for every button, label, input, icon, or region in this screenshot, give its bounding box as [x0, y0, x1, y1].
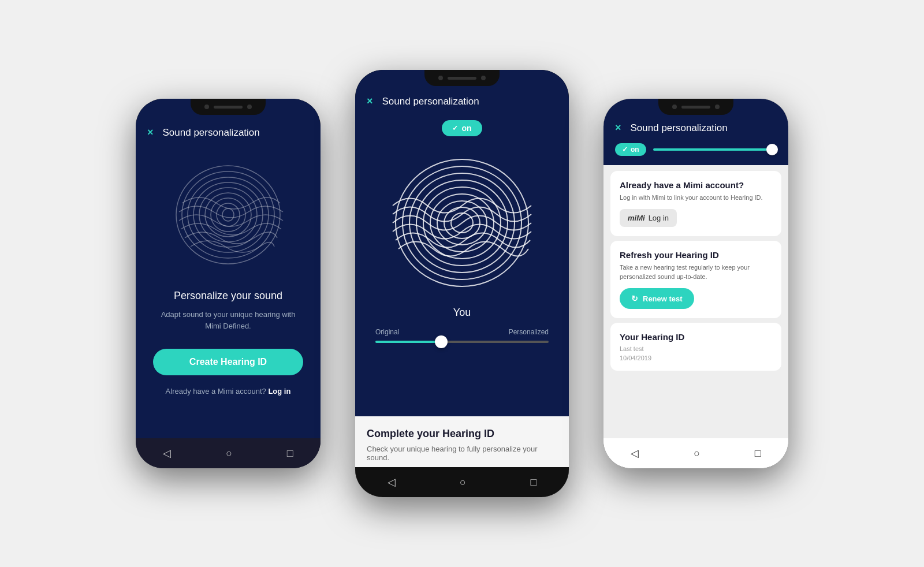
nav-recent-center[interactable]: □ [530, 476, 536, 488]
personalize-subtitle: Adapt sound to your unique hearing with … [136, 309, 321, 331]
close-button-left[interactable]: × [147, 126, 154, 139]
svg-point-4 [199, 188, 257, 242]
card-last-test-date: 10/04/2019 [620, 355, 772, 361]
header-title-left: Sound personalization [163, 127, 260, 139]
toggle-label-center: on [461, 124, 471, 133]
notch-dot [204, 105, 209, 109]
svg-point-5 [205, 193, 251, 237]
nav-bar-right: ◁ ○ □ [603, 438, 788, 468]
slider-container[interactable]: Original Personalized [375, 328, 549, 343]
slider-right-label: Personalized [509, 328, 549, 336]
notch-left [191, 99, 266, 115]
complete-title: Complete your Hearing ID [367, 428, 557, 440]
renew-button[interactable]: ↻ Renew test [620, 288, 694, 309]
card-mimi-login: Already have a Mimi account? Log in with… [610, 171, 781, 236]
nav-home-center[interactable]: ○ [460, 476, 466, 488]
card-desc-mimi: Log in with Mimi to link your account to… [620, 193, 772, 202]
notch-center [424, 70, 500, 86]
fingerprint-graphic-center [387, 148, 537, 298]
card-hearing-id: Your Hearing ID Last test 10/04/2019 [610, 323, 781, 371]
nav-bar-left: ◁ ○ □ [136, 438, 321, 468]
notch-speaker [214, 106, 243, 109]
card-title-mimi: Already have a Mimi account? [620, 180, 772, 190]
you-label: You [453, 307, 471, 319]
header-title-center: Sound personalization [382, 96, 479, 107]
card-last-test-label: Last test [620, 345, 772, 352]
mimi-login-label: Log in [649, 214, 669, 222]
screen-right: × Sound personalization ✓ on Alr [603, 99, 788, 468]
create-hearing-id-button[interactable]: Create Hearing ID [153, 349, 303, 375]
header-bar-center: × Sound personalization [355, 91, 569, 114]
slider-circle-right [766, 144, 778, 155]
nav-back-left[interactable]: ◁ [163, 447, 171, 460]
scene: × Sound personalization [12, 70, 912, 497]
renew-label: Renew test [643, 294, 683, 303]
mimi-logo: miMi [628, 214, 645, 222]
header-title-right: Sound personalization [631, 122, 728, 134]
toggle-row-right: ✓ on [615, 143, 777, 156]
notch-dot-r2 [715, 105, 720, 109]
slider-track[interactable] [375, 341, 549, 343]
slider-left-label: Original [375, 328, 399, 336]
toggle-label-right: on [631, 146, 639, 154]
renew-icon: ↻ [631, 294, 638, 303]
nav-recent-left[interactable]: □ [287, 447, 293, 460]
nav-back-center[interactable]: ◁ [388, 476, 396, 488]
card-desc-refresh: Take a new hearing test regularly to kee… [620, 263, 772, 281]
nav-home-right[interactable]: ○ [694, 447, 700, 460]
card-title-hearing: Your Hearing ID [620, 332, 772, 342]
svg-point-7 [217, 203, 240, 226]
screen-center-dark: × Sound personalization ✓ on [355, 70, 569, 416]
card-title-refresh: Refresh your Hearing ID [620, 250, 772, 260]
nav-back-right[interactable]: ◁ [631, 447, 639, 460]
toggle-button-center[interactable]: ✓ on [442, 120, 482, 136]
svg-point-3 [193, 182, 263, 247]
screen-left: × Sound personalization [136, 99, 321, 468]
already-account-text: Already have a Mimi account? Log in [166, 387, 291, 396]
notch-dot-r1 [672, 105, 677, 109]
notch-dot-c1 [438, 76, 443, 80]
nav-recent-right[interactable]: □ [755, 447, 761, 460]
slider-line-right[interactable] [653, 148, 777, 151]
slider-labels: Original Personalized [375, 328, 549, 336]
nav-bar-center: ◁ ○ □ [355, 467, 569, 497]
card-refresh: Refresh your Hearing ID Take a new heari… [610, 241, 781, 318]
complete-subtitle: Check your unique hearing to fully perso… [367, 445, 557, 462]
cards-container: Already have a Mimi account? Log in with… [603, 165, 788, 468]
slider-thumb[interactable] [435, 335, 448, 348]
header-bar-left: × Sound personalization [136, 122, 321, 146]
fingerprint-graphic-left [170, 157, 286, 273]
svg-point-8 [222, 208, 234, 221]
screen-center: × Sound personalization ✓ on [355, 70, 569, 497]
close-button-right[interactable]: × [615, 122, 621, 134]
toggle-pill-right[interactable]: ✓ on [615, 143, 646, 156]
nav-home-left[interactable]: ○ [226, 447, 232, 460]
toggle-check-center: ✓ [452, 124, 458, 132]
phone-center: × Sound personalization ✓ on [355, 70, 569, 497]
notch-speaker-r [681, 106, 710, 109]
login-link-left[interactable]: Log in [268, 387, 290, 396]
phone-right: × Sound personalization ✓ on Alr [603, 99, 788, 468]
header-bar-right: × Sound personalization [615, 122, 777, 139]
notch-dot-c2 [481, 76, 486, 80]
phone-left: × Sound personalization [136, 99, 321, 468]
already-text: Already have a Mimi account? [166, 387, 266, 396]
notch-right [658, 99, 733, 115]
personalize-title: Personalize your sound [174, 290, 282, 302]
mimi-login-button[interactable]: miMi Log in [620, 209, 677, 227]
toggle-check-right: ✓ [622, 146, 628, 154]
close-button-center[interactable]: × [367, 95, 373, 107]
notch-speaker-c [448, 77, 476, 80]
notch-dot2 [247, 105, 252, 109]
